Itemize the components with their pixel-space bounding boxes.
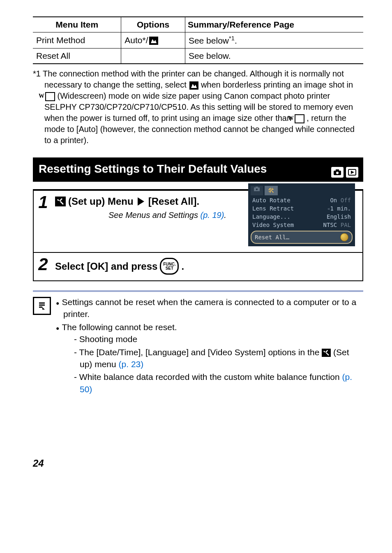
note-block: Settings cannot be reset when the camera…	[33, 290, 363, 396]
page-link[interactable]: (p. 23)	[119, 359, 144, 369]
col-summary: Summary/Reference Page	[185, 17, 363, 32]
note-subitem: The [Date/Time], [Language] and [Video S…	[74, 346, 363, 370]
camera-tab-icon	[251, 186, 263, 195]
footnote: *1 The connection method with the printe…	[33, 68, 363, 146]
step-title: (Set up) Menu [Reset All].	[55, 196, 248, 207]
settings-table: Menu Item Options Summary/Reference Page…	[33, 16, 363, 64]
steps-box: 1 🛠 Auto RotateOn Off Lens Retract◂1 min…	[33, 189, 363, 281]
widescreen-icon: W	[295, 114, 304, 123]
table-row: Print Method Auto*/ See below*1.	[33, 32, 363, 49]
step-1: 1 🛠 Auto RotateOn Off Lens Retract◂1 min…	[34, 191, 362, 253]
note-subitem: White balance data recorded with the cus…	[74, 371, 363, 395]
page-number: 24	[33, 458, 363, 469]
step-number: 2	[34, 253, 53, 280]
note-subitem: Shooting mode	[74, 333, 363, 345]
setup-menu-icon	[55, 197, 66, 206]
camera-mode-icon	[331, 167, 344, 178]
widescreen-icon: W	[45, 92, 55, 101]
step-number: 1	[34, 191, 53, 252]
memo-icon	[33, 297, 51, 315]
svg-point-6	[256, 189, 258, 190]
playback-mode-icon	[346, 167, 358, 178]
tools-tab-icon: 🛠	[265, 186, 278, 195]
svg-rect-1	[336, 169, 339, 171]
col-options: Options	[121, 17, 185, 32]
step-title: Select [OK] and press FUNC. SET .	[55, 258, 357, 275]
note-item: Settings cannot be reset when the camera…	[56, 296, 363, 320]
section-heading: Resetting Settings to Their Default Valu…	[33, 157, 363, 182]
svg-point-2	[336, 172, 339, 174]
setup-menu-icon	[322, 349, 331, 357]
func-set-button-icon: FUNC. SET	[160, 258, 179, 275]
pictbridge-icon	[149, 37, 158, 45]
cell-summary: See below.	[185, 49, 363, 64]
svg-rect-5	[256, 187, 258, 188]
step-2: 2 Select [OK] and press FUNC. SET .	[34, 253, 362, 280]
cell-option	[121, 49, 185, 64]
page-link[interactable]: (p. 19)	[200, 211, 224, 220]
note-item: The following cannot be reset. Shooting …	[56, 321, 363, 395]
reset-all-highlight: Reset All…	[251, 231, 353, 244]
right-triangle-icon	[138, 197, 144, 206]
camera-menu-screenshot: 🛠 Auto RotateOn Off Lens Retract◂1 min. …	[248, 183, 355, 246]
cell-summary: See below*1.	[185, 32, 363, 49]
cell-menu: Reset All	[33, 49, 121, 64]
cell-menu: Print Method	[33, 32, 121, 49]
set-button-icon	[340, 233, 348, 241]
pictbridge-icon	[189, 81, 198, 90]
col-menu-item: Menu Item	[33, 17, 121, 32]
table-row: Reset All See below.	[33, 49, 363, 64]
cell-option: Auto*/	[121, 32, 185, 49]
